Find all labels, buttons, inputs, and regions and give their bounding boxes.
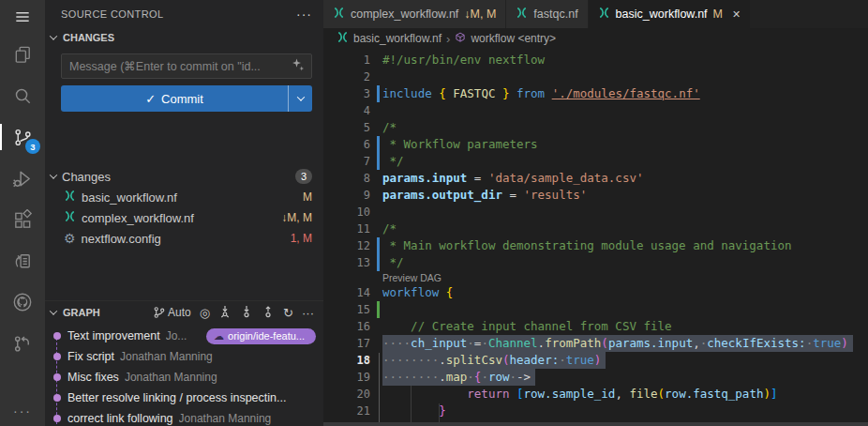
file-name: nextflow.config bbox=[82, 232, 285, 246]
line-number: 2 bbox=[323, 68, 370, 85]
file-git-decoration: M bbox=[303, 190, 312, 204]
code-line: 10 bbox=[323, 204, 868, 221]
sidebar-title: SOURCE CONTROL bbox=[61, 8, 296, 20]
chevron-down-icon bbox=[50, 171, 57, 178]
tab-fastqc.nf[interactable]: fastqc.nf bbox=[506, 0, 588, 28]
git-modified-gutter bbox=[377, 153, 380, 170]
refresh-icon[interactable]: ↻ bbox=[283, 307, 293, 319]
git-modified-gutter bbox=[377, 237, 380, 254]
commit-message-input[interactable]: Message (⌘Enter to commit on "id... bbox=[61, 53, 312, 79]
menu-icon[interactable] bbox=[0, 0, 45, 34]
commit-row[interactable]: Fix scriptJonathan Manning bbox=[45, 346, 323, 367]
branch-badge[interactable]: ☁origin/ide-featu... bbox=[206, 328, 316, 344]
tab-complex_workflow.nf[interactable]: complex_workflow.nf↓M, M bbox=[323, 0, 506, 28]
commit-message: correct link following bbox=[67, 412, 173, 425]
breadcrumb-separator-icon: › bbox=[446, 32, 450, 46]
commit-button[interactable]: ✓ Commit bbox=[61, 85, 312, 112]
explorer-icon[interactable] bbox=[0, 34, 45, 75]
changed-file-row[interactable]: ⚙nextflow.config1, M bbox=[45, 228, 323, 249]
code-line: 13 */ bbox=[323, 254, 868, 271]
line-content: params.input = 'data/sample_data.csv' bbox=[382, 170, 643, 187]
github-icon[interactable] bbox=[0, 281, 45, 323]
references-icon[interactable] bbox=[0, 240, 45, 281]
push-icon[interactable] bbox=[262, 305, 275, 320]
close-icon[interactable]: ✕ bbox=[732, 8, 741, 21]
nextflow-file-icon bbox=[516, 7, 528, 22]
commit-author: Jonathan Manning bbox=[179, 412, 272, 425]
commit-dot-icon bbox=[53, 353, 61, 360]
editor-area: complex_workflow.nf↓M, Mfastqc.nfbasic_w… bbox=[323, 0, 868, 426]
chevron-down-icon bbox=[50, 32, 57, 39]
line-content: */ bbox=[382, 153, 404, 170]
changes-tree-header[interactable]: Changes 3 bbox=[45, 166, 323, 187]
chevron-down-icon bbox=[296, 93, 304, 100]
code-line: 12 * Main workflow demonstrating module … bbox=[323, 237, 868, 254]
line-content: /* bbox=[382, 119, 397, 136]
fetch-icon[interactable] bbox=[218, 305, 232, 320]
graph-more-actions-icon[interactable]: ··· bbox=[302, 307, 314, 319]
pull-icon[interactable] bbox=[240, 305, 253, 320]
line-number: 15 bbox=[323, 301, 370, 318]
auto-label: Auto bbox=[168, 306, 191, 319]
changed-file-row[interactable]: basic_workflow.nfM bbox=[45, 187, 323, 207]
git-modified-gutter bbox=[377, 85, 380, 102]
activity-more-icon[interactable]: ··· bbox=[13, 403, 32, 426]
file-name: complex_workflow.nf bbox=[82, 211, 276, 225]
symbol-cube-icon bbox=[455, 32, 466, 46]
line-number: 3 bbox=[323, 85, 370, 102]
commit-row[interactable]: Better resolve linking / process inspect… bbox=[45, 388, 323, 408]
code-line: 1#!/usr/bin/env nextflow bbox=[323, 52, 868, 68]
commit-author: Jonathan Manning bbox=[125, 371, 217, 384]
line-content: * Main workflow demonstrating module usa… bbox=[382, 237, 792, 254]
tab-basic_workflow.nf[interactable]: basic_workflow.nfM✕ bbox=[589, 0, 752, 28]
code-line: 11/* bbox=[323, 221, 868, 237]
extensions-icon[interactable] bbox=[0, 199, 45, 240]
commit-dot-icon bbox=[53, 332, 61, 340]
commit-dot-icon bbox=[53, 415, 61, 422]
horizontal-scrollbar[interactable] bbox=[323, 422, 868, 426]
commit-row[interactable]: Text improvementJo...☁origin/ide-featu..… bbox=[45, 326, 323, 346]
nextflow-file-icon bbox=[598, 7, 610, 22]
activity-bar: 3 bbox=[0, 0, 45, 426]
nextflow-file-icon bbox=[333, 7, 345, 22]
breadcrumb-symbol[interactable]: workflow <entry> bbox=[471, 32, 556, 45]
changed-file-row[interactable]: complex_workflow.nf↓M, M bbox=[45, 207, 323, 228]
graph-section-header[interactable]: GRAPH Auto ◎ bbox=[45, 301, 323, 324]
tab-title: basic_workflow.nf bbox=[616, 8, 708, 21]
generate-commit-message-icon[interactable] bbox=[291, 57, 306, 76]
repo-picker-button[interactable]: Auto bbox=[153, 306, 191, 319]
line-content: params.output_dir = 'results' bbox=[382, 187, 587, 204]
source-control-icon[interactable]: 3 bbox=[0, 116, 45, 158]
git-modified-gutter bbox=[377, 136, 380, 153]
search-icon[interactable] bbox=[0, 75, 45, 116]
code-editor[interactable]: 1#!/usr/bin/env nextflow23include { FAST… bbox=[323, 49, 868, 426]
code-line: 17····ch_input·=·Channel.fromPath(params… bbox=[323, 335, 868, 352]
commit-dot-icon bbox=[53, 394, 61, 402]
line-content: #!/usr/bin/env nextflow bbox=[382, 52, 545, 68]
line-content: ········.splitCsv(header:·true) bbox=[382, 352, 606, 369]
tab-git-decoration: M bbox=[713, 8, 723, 21]
chevron-down-icon bbox=[50, 307, 57, 314]
sidebar-more-actions-icon[interactable]: ··· bbox=[296, 7, 312, 22]
line-number: 14 bbox=[323, 284, 370, 301]
codelens-preview-dag[interactable]: Preview DAG bbox=[323, 271, 868, 284]
code-line: 9params.output_dir = 'results' bbox=[323, 187, 868, 204]
line-number: 11 bbox=[323, 221, 370, 237]
line-number: 13 bbox=[323, 254, 370, 271]
source-control-graph-icon[interactable] bbox=[0, 323, 45, 364]
code-line: 21 } bbox=[323, 403, 868, 419]
code-line: 8params.input = 'data/sample_data.csv' bbox=[323, 170, 868, 187]
tab-bar: complex_workflow.nf↓M, Mfastqc.nfbasic_w… bbox=[323, 0, 868, 28]
target-icon[interactable]: ◎ bbox=[200, 307, 210, 319]
commit-row[interactable]: correct link followingJonathan Manning bbox=[45, 408, 323, 426]
commit-message: Better resolve linking / process inspect… bbox=[67, 391, 286, 404]
graph-section-label: GRAPH bbox=[63, 307, 146, 318]
breadcrumb-file[interactable]: basic_workflow.nf bbox=[353, 32, 441, 45]
run-and-debug-icon[interactable] bbox=[0, 158, 45, 199]
commit-message: Misc fixes bbox=[67, 371, 119, 384]
changes-section-header[interactable]: CHANGES bbox=[45, 28, 323, 47]
commit-dropdown-button[interactable] bbox=[288, 85, 312, 112]
line-number: 18 bbox=[323, 352, 370, 369]
commit-row[interactable]: Misc fixesJonathan Manning bbox=[45, 367, 323, 388]
line-content: } bbox=[382, 403, 446, 419]
